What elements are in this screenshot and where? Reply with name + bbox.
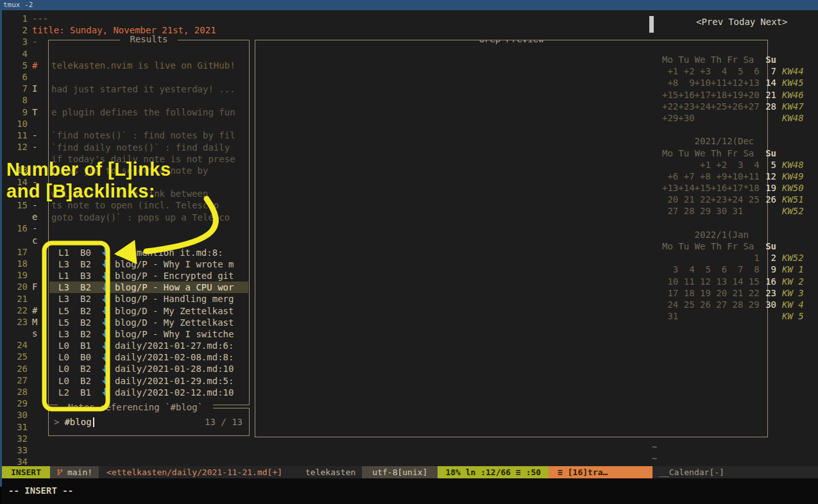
calendar-weekdays[interactable]: 1 (662, 252, 760, 264)
ghost-line (51, 71, 249, 83)
preview-line: ote title, ... (265, 330, 767, 341)
calendar-sunday-cell[interactable] (760, 310, 776, 322)
calendar-sunday-cell[interactable] (760, 205, 776, 217)
line-number: 23 (2, 316, 32, 328)
calendar-sunday-cell[interactable]: 30 (760, 299, 776, 310)
search-input[interactable]: #blog (64, 417, 91, 427)
calendar-today-button[interactable]: Today (728, 17, 755, 27)
calendar-weekdays[interactable]: +13+14+15+16+17*18 (662, 182, 760, 194)
calendar-weekdays[interactable]: +22+23+24+25+26+27 (662, 101, 760, 112)
calendar-weekdays[interactable]: 2021/12(Dec (662, 135, 760, 147)
calendar-weekdays[interactable]: Mo Tu We Th Fr Sa (662, 240, 760, 252)
buffer-line[interactable]: 33 (2, 444, 649, 456)
calendar-row: 24 25 26 27 28 29 30 KW 4 (662, 299, 804, 310)
calendar-sunday-cell[interactable]: 16 (760, 276, 776, 287)
calendar-row: 1 2 KW52 (662, 252, 804, 264)
result-filename: ..i mention it.md:8: (115, 247, 223, 258)
calendar-next-button[interactable]: Next> (760, 17, 787, 27)
calendar-sunday-cell[interactable]: 26 (760, 194, 776, 205)
line-number: 27 (2, 374, 32, 386)
calendar-sunday-cell[interactable] (760, 135, 776, 147)
line-number: 25 (2, 351, 32, 362)
calendar-sunday-cell[interactable]: 23 (760, 287, 776, 299)
result-row[interactable]: L3 B2 blog/P - How a CPU wor (49, 281, 248, 293)
down-arrow-icon (102, 365, 109, 373)
calendar-weekdays[interactable]: 20 21 22+23+24 25 (662, 194, 760, 205)
buffer-text: e (32, 211, 37, 223)
result-row[interactable]: L1 B3 blog/P - Encrypted git (49, 270, 248, 281)
line-number: 2 (2, 24, 32, 36)
calendar-sunday-cell[interactable]: Su (760, 147, 776, 159)
line-number: 3 (2, 36, 32, 47)
buffer-line[interactable]: 34 (2, 456, 649, 466)
result-row[interactable]: L3 B2 blog/P - Why I switche (49, 328, 248, 340)
result-row[interactable]: L0 B2 daily/2021-01-29.md:5: (49, 375, 248, 387)
calendar-weekdays[interactable]: 17 18 19 20 21 22 (662, 287, 760, 299)
calendar-weekdays[interactable]: +8 9+10+11+12+13 (662, 77, 760, 88)
result-row[interactable]: L5 B2 blog/D - My Zettelkast (49, 317, 248, 328)
calendar-weekdays[interactable]: Mo Tu We Th Fr Sa (662, 54, 760, 65)
links-count: L1 (58, 270, 74, 281)
line-number: 7 (2, 83, 32, 94)
calendar-sunday-cell[interactable]: 2 (760, 252, 776, 264)
calendar-weekdays[interactable]: 31 (662, 310, 760, 322)
buffer-text: T (32, 106, 37, 118)
ghost-line (51, 48, 249, 60)
calendar-weekdays[interactable]: +29+30 (662, 112, 760, 124)
calendar-weekdays[interactable] (662, 124, 760, 135)
annotation-line-2: and [B]acklinks: (6, 180, 171, 202)
result-row[interactable]: L0 B1 daily/2021-01-27.md:6: (49, 340, 248, 351)
line-number: 31 (2, 421, 32, 433)
calendar-sunday-cell[interactable]: 7 (760, 65, 776, 77)
calendar-weekdays[interactable]: 10 11 12 13 14 15 (662, 276, 760, 287)
calendar-sunday-cell[interactable]: 19 (760, 182, 776, 194)
message-line: -- INSERT -- (2, 478, 818, 504)
calendar-weekdays[interactable]: +6 +7 +8 +9+10+11 (662, 171, 760, 182)
line-number: 30 (2, 409, 32, 421)
calendar-sunday-cell[interactable]: Su (760, 54, 776, 65)
branch-name: main! (67, 467, 92, 477)
calendar-sunday-cell[interactable]: 21 (760, 89, 776, 101)
calendar-statusline: __Calendar[-] (652, 466, 818, 478)
calendar-weekdays[interactable] (662, 217, 760, 229)
calendar-sunday-cell[interactable] (760, 217, 776, 229)
result-row[interactable]: L2 B1 daily/2021-02-12.md:10 (49, 387, 248, 398)
result-row[interactable]: L5 B2 blog/D - My Zettelkast (49, 305, 248, 317)
calendar-weekdays[interactable]: 27 28 29 30 31 (662, 205, 760, 217)
result-row[interactable]: L0 B2 daily/2021-01-28.md:10 (49, 363, 248, 374)
calendar-sunday-cell[interactable]: 5 (760, 159, 776, 171)
calendar-sunday-cell[interactable]: Su (760, 240, 776, 252)
result-row[interactable]: L3 B2 blog/P - Why I wrote m (49, 258, 248, 270)
calendar-weekdays[interactable]: 3 4 5 6 7 8 (662, 264, 760, 275)
results-ghost-text: telekasten.nvim is live on GitHub!had ju… (49, 48, 249, 235)
calendar-weekdays[interactable]: +1 +2 +3 4 5 6 (662, 65, 760, 77)
calendar-weekdays[interactable]: +15+16+17+18+19+20 (662, 89, 760, 101)
down-arrow-icon (102, 295, 109, 303)
calendar-sunday-cell[interactable]: 9 (760, 264, 776, 275)
calendar-week-number: KW 2 (782, 276, 804, 287)
line-number: 12 (2, 141, 32, 153)
ghost-line (51, 223, 249, 235)
result-row[interactable]: L3 B2 blog/P - Handling merg (49, 293, 248, 305)
calendar-row: 27 28 29 30 31 KW52 (662, 205, 804, 217)
calendar-weekdays[interactable]: +1 +2 3 4 (662, 159, 760, 171)
result-row[interactable]: L0 B0 daily/2021-02-08.md:8: (49, 351, 248, 363)
backlinks-count: B2 (80, 317, 96, 328)
calendar-weekdays[interactable]: 24 25 26 27 28 29 (662, 299, 760, 310)
calendar-sunday-cell[interactable] (760, 112, 776, 124)
calendar-sunday-cell[interactable]: 12 (760, 171, 776, 182)
buffer-text: F (32, 281, 37, 292)
down-arrow-icon (102, 330, 109, 338)
buffer-line[interactable]: 1 --- (2, 13, 649, 24)
calendar-sunday-cell[interactable]: 14 (760, 77, 776, 88)
result-row[interactable]: L1 B0 ..i mention it.md:8: (49, 247, 248, 258)
line-number: 10 (2, 118, 32, 130)
calendar-weekdays[interactable]: Mo Tu We Th Fr Sa (662, 147, 760, 159)
window-separator[interactable] (649, 16, 654, 33)
calendar-sunday-cell[interactable] (760, 229, 776, 240)
calendar-sunday-cell[interactable]: 28 (760, 101, 776, 112)
calendar-weekdays[interactable]: 2022/1(Jan (662, 229, 760, 240)
calendar-sunday-cell[interactable] (760, 124, 776, 135)
calendar-prev-button[interactable]: <Prev (696, 17, 723, 27)
buffer-line[interactable]: 2 title: Sunday, November 21st, 2021 (2, 24, 649, 36)
